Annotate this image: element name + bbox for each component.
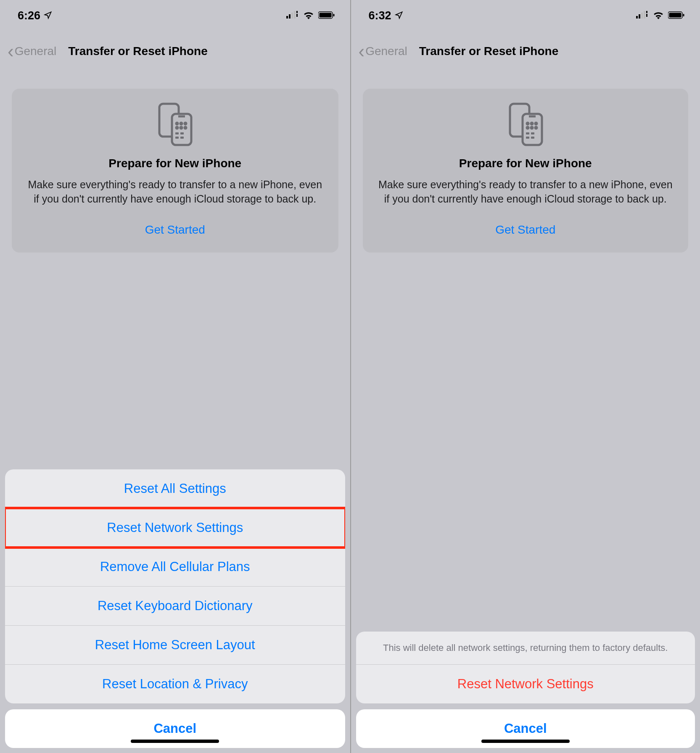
screen-right: 6:32 ‹ General Transfer or Reset iPhone [350,0,700,753]
wifi-icon [303,9,314,22]
svg-point-38 [535,127,537,129]
svg-rect-30 [683,14,684,16]
svg-point-14 [176,127,178,129]
prepare-card: Prepare for New iPhone Make sure everyth… [12,89,338,253]
svg-rect-42 [531,137,534,139]
cellular-icon [286,9,299,22]
svg-point-11 [176,123,178,124]
reset-all-settings-option[interactable]: Reset All Settings [5,469,345,508]
sheet-options-group: Reset All Settings Reset Network Setting… [5,469,345,703]
svg-rect-23 [639,14,640,18]
screen-left: 6:26 ‹ General Transfer or Reset iPhone [0,0,350,753]
svg-point-35 [535,123,537,124]
status-bar: 6:26 [0,0,350,26]
prepare-card: Prepare for New iPhone Make sure everyth… [363,89,689,253]
svg-point-37 [531,127,533,129]
status-bar: 6:32 [351,0,700,26]
home-indicator[interactable] [131,740,219,743]
back-chevron-icon[interactable]: ‹ [359,41,365,62]
svg-rect-3 [294,11,296,18]
svg-point-34 [531,123,533,124]
page-title: Transfer or Reset iPhone [68,45,207,58]
page-title: Transfer or Reset iPhone [419,45,558,58]
svg-point-36 [527,127,528,129]
reset-home-screen-option[interactable]: Reset Home Screen Layout [5,626,345,665]
sheet-warning-message: This will delete all network settings, r… [356,632,695,665]
home-indicator[interactable] [481,740,570,743]
reset-location-privacy-option[interactable]: Reset Location & Privacy [5,665,345,703]
svg-rect-19 [175,137,179,139]
reset-action-sheet: Reset All Settings Reset Network Setting… [5,469,345,748]
card-description: Make sure everything's ready to transfer… [375,178,677,206]
svg-rect-26 [646,11,647,13]
cellular-icon [636,9,649,22]
location-icon [395,9,403,22]
svg-rect-0 [286,16,288,18]
back-button[interactable]: General [15,45,57,58]
back-button[interactable]: General [365,45,407,58]
svg-rect-5 [296,14,298,17]
svg-point-13 [185,123,186,124]
svg-point-33 [527,123,528,124]
svg-rect-2 [291,13,293,18]
battery-icon [668,9,685,22]
nav-bar: ‹ General Transfer or Reset iPhone [0,26,350,72]
svg-point-16 [185,127,186,129]
get-started-button[interactable]: Get Started [24,223,327,237]
svg-rect-27 [646,14,647,17]
location-icon [44,9,52,22]
sheet-confirm-group: This will delete all network settings, r… [356,632,695,703]
svg-rect-40 [531,132,534,134]
transfer-devices-icon [502,101,549,147]
transfer-devices-icon [152,101,198,147]
svg-rect-18 [180,132,184,134]
svg-rect-25 [644,11,645,18]
card-description: Make sure everything's ready to transfer… [24,178,327,206]
confirm-action-sheet: This will delete all network settings, r… [356,632,695,748]
svg-rect-41 [526,137,529,139]
svg-rect-7 [319,13,331,18]
svg-rect-39 [526,132,529,134]
remove-cellular-plans-option[interactable]: Remove All Cellular Plans [5,548,345,587]
status-time: 6:26 [18,9,40,22]
nav-bar: ‹ General Transfer or Reset iPhone [351,26,700,72]
confirm-reset-network-button[interactable]: Reset Network Settings [356,665,695,703]
reset-network-settings-option[interactable]: Reset Network Settings [5,508,345,548]
card-title: Prepare for New iPhone [24,157,327,170]
card-title: Prepare for New iPhone [375,157,677,170]
svg-rect-8 [333,14,334,16]
battery-icon [318,9,335,22]
svg-rect-20 [180,137,184,139]
wifi-icon [653,9,664,22]
svg-rect-29 [669,13,682,18]
svg-rect-17 [175,132,179,134]
get-started-button[interactable]: Get Started [375,223,677,237]
svg-rect-4 [296,11,298,13]
status-time: 6:32 [369,9,391,22]
svg-point-15 [180,127,182,129]
svg-rect-22 [636,16,638,18]
svg-rect-1 [289,14,291,18]
reset-keyboard-dictionary-option[interactable]: Reset Keyboard Dictionary [5,587,345,626]
svg-rect-24 [641,13,643,18]
svg-point-12 [180,123,182,124]
back-chevron-icon[interactable]: ‹ [8,41,14,62]
